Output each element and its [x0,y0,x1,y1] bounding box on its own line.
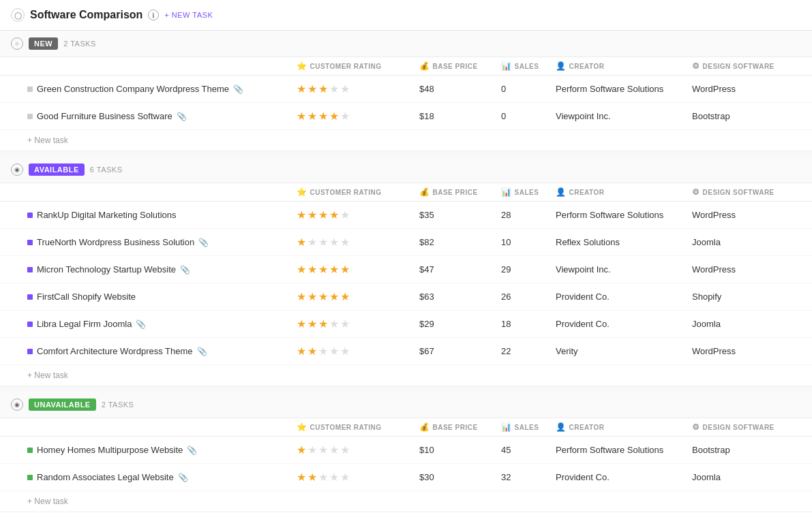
table-row[interactable]: TrueNorth Wordpress Business Solution📎★★… [0,229,812,256]
stars-cell: ★★★★★ [297,263,419,276]
col-header-new-2: 📊SALES [501,61,556,71]
col-label-0: CUSTOMER RATING [310,63,382,70]
table-row[interactable]: Random Associates Legal Website📎★★★★★$30… [0,464,812,491]
task-dot [27,322,33,327]
clip-icon[interactable]: 📎 [198,238,209,247]
clip-icon[interactable]: 📎 [197,347,207,356]
star-empty: ★ [340,471,350,484]
clip-icon[interactable]: 📎 [187,445,197,455]
software-cell: Joomla [692,472,801,482]
star-empty: ★ [340,345,350,358]
star-empty: ★ [340,443,350,456]
task-dot [27,448,33,453]
star-full: ★ [329,110,339,123]
star-full: ★ [329,263,339,276]
col-label-1: BASE PRICE [433,424,478,431]
star-full: ★ [318,290,328,303]
table-row[interactable]: Micron Technology Startup Website📎★★★★★$… [0,256,812,283]
table-row[interactable]: RankUp Digital Marketing Solutions★★★★★$… [0,202,812,229]
task-title: Homey Homes Multipurpose Website [37,445,183,455]
star-empty: ★ [329,317,339,330]
star-empty: ★ [318,471,328,484]
stars-cell: ★★★★★ [297,317,419,330]
col-label-1: BASE PRICE [433,63,478,70]
task-dot [27,213,33,218]
col-icon-0: ⭐ [297,61,307,71]
software-cell: Joomla [692,319,801,329]
star-empty: ★ [307,443,317,456]
col-icon-2: 📊 [501,61,512,71]
col-icon-0: ⭐ [297,422,307,432]
star-full: ★ [307,471,317,484]
table-row[interactable]: Homey Homes Multipurpose Website📎★★★★★$1… [0,437,812,464]
star-empty: ★ [329,236,339,249]
stars-cell: ★★★★★ [297,82,419,95]
software-cell: Bootstrap [692,445,801,455]
new-task-button[interactable]: + New task [0,491,812,512]
task-name-cell: Micron Technology Startup Website📎 [27,264,297,275]
new-task-button[interactable]: + New task [0,365,812,386]
col-header-new-0: ⭐CUSTOMER RATING [297,61,419,71]
col-header-new-3: 👤CREATOR [556,61,692,71]
col-header-available-3: 👤CREATOR [556,187,692,197]
creator-cell: Perform Software Solutions [556,445,692,455]
task-name-cell: Random Associates Legal Website📎 [27,472,297,482]
star-empty: ★ [340,110,350,123]
star-full: ★ [307,263,317,276]
col-label-1: BASE PRICE [433,189,478,196]
col-headers-unavailable: ⭐CUSTOMER RATING💰BASE PRICE📊SALES👤CREATO… [0,418,812,437]
task-title: FirstCall Shopify Website [37,292,136,302]
col-icon-4: ⚙ [692,61,700,71]
col-header-new-1: 💰BASE PRICE [419,61,501,71]
sales-cell: 0 [501,84,556,94]
clip-icon[interactable]: 📎 [177,112,187,121]
star-full: ★ [307,290,317,303]
section-toggle-unavailable[interactable]: ◉ [11,398,23,411]
info-icon[interactable]: ℹ [148,10,159,20]
col-header-available-2: 📊SALES [501,187,556,197]
section-unavailable: ◉UNAVAILABLE2 TASKS⭐CUSTOMER RATING💰BASE… [0,392,812,512]
software-cell: Joomla [692,237,801,247]
star-full: ★ [318,317,328,330]
table-row[interactable]: Libra Legal Firm Joomla📎★★★★★$2918Provid… [0,311,812,338]
col-headers-available: ⭐CUSTOMER RATING💰BASE PRICE📊SALES👤CREATO… [0,183,812,202]
star-empty: ★ [329,82,339,95]
task-name-cell: FirstCall Shopify Website [27,292,297,302]
col-header-unavailable-1: 💰BASE PRICE [419,422,501,432]
col-icon-4: ⚙ [692,422,700,432]
software-cell: WordPress [692,346,801,356]
new-task-button[interactable]: + New task [0,130,812,151]
star-full: ★ [318,82,328,95]
clip-icon[interactable]: 📎 [233,84,243,94]
star-full: ★ [318,110,328,123]
task-name-cell: Comfort Architecture Wordpress Theme📎 [27,346,297,356]
clip-icon[interactable]: 📎 [178,473,188,482]
clip-icon[interactable]: 📎 [180,265,190,275]
col-label-0: CUSTOMER RATING [310,189,382,196]
table-row[interactable]: Comfort Architecture Wordpress Theme📎★★★… [0,338,812,365]
col-icon-2: 📊 [501,422,512,432]
task-dot [27,114,33,119]
table-row[interactable]: FirstCall Shopify Website★★★★★$6326Provi… [0,283,812,311]
table-row[interactable]: Green Construction Company Wordpress The… [0,76,812,103]
col-icon-1: 💰 [419,61,430,71]
section-available: ◉AVAILABLE6 TASKS⭐CUSTOMER RATING💰BASE P… [0,157,812,386]
col-label-2: SALES [515,424,539,431]
star-empty: ★ [329,471,339,484]
task-dot [27,294,33,300]
table-row[interactable]: Good Furniture Business Software📎★★★★★$1… [0,103,812,130]
section-header-new: ○NEW2 TASKS [0,31,812,57]
section-toggle-new[interactable]: ○ [11,37,23,50]
task-name-cell: Green Construction Company Wordpress The… [27,84,297,94]
task-title: Micron Technology Startup Website [37,264,176,275]
task-dot [27,349,33,354]
section-toggle-available[interactable]: ◉ [11,163,23,176]
software-cell: WordPress [692,84,801,94]
creator-cell: Viewpoint Inc. [556,264,692,275]
collapse-button[interactable]: ◯ [11,8,25,22]
new-task-header-button[interactable]: + NEW TASK [164,11,213,19]
creator-cell: Perform Software Solutions [556,84,692,94]
star-empty: ★ [340,317,350,330]
clip-icon[interactable]: 📎 [136,319,146,329]
col-icon-1: 💰 [419,187,430,197]
